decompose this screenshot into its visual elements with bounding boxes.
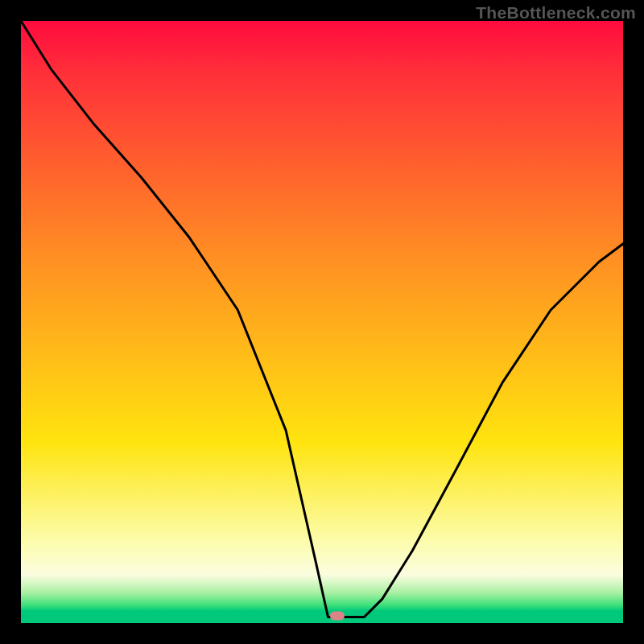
plot-area	[21, 21, 623, 623]
bottleneck-curve	[21, 21, 623, 623]
minimum-marker	[330, 612, 345, 621]
watermark-text: TheBottleneck.com	[476, 3, 636, 23]
chart-frame: TheBottleneck.com	[0, 0, 644, 644]
